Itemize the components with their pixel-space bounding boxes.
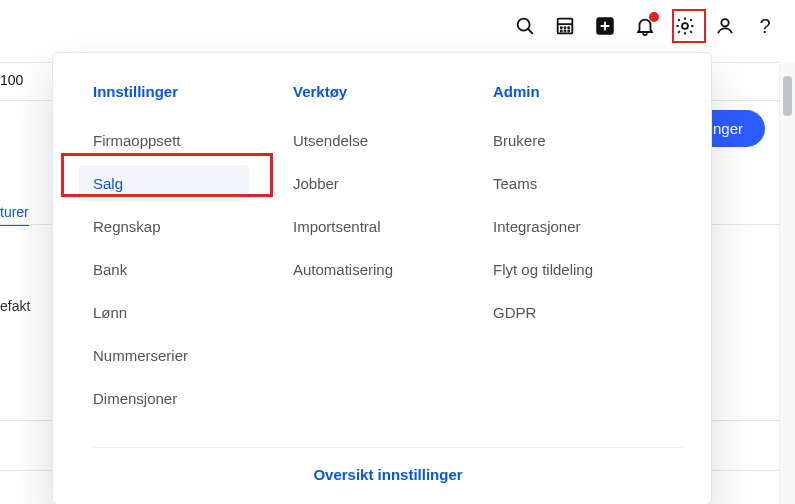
notification-dot bbox=[649, 12, 659, 22]
menu-item-regnskap[interactable]: Regnskap bbox=[79, 208, 249, 245]
menu-column-admin: Admin Brukere Teams Integrasjoner Flyt o… bbox=[493, 83, 683, 423]
menu-item-flyt-og-tildeling[interactable]: Flyt og tildeling bbox=[479, 251, 649, 288]
menu-column-title: Admin bbox=[493, 83, 683, 100]
svg-point-14 bbox=[721, 19, 728, 26]
menu-footer: Oversikt innstillinger bbox=[93, 447, 683, 484]
svg-point-8 bbox=[564, 30, 565, 31]
gear-icon[interactable] bbox=[673, 14, 697, 38]
settings-menu: Innstillinger Firmaoppsett Salg Regnskap… bbox=[52, 52, 712, 504]
menu-column-innstillinger: Innstillinger Firmaoppsett Salg Regnskap… bbox=[93, 83, 283, 423]
menu-column-title: Innstillinger bbox=[93, 83, 283, 100]
menu-overview-link[interactable]: Oversikt innstillinger bbox=[313, 466, 462, 483]
svg-point-5 bbox=[564, 27, 565, 28]
menu-item-utsendelse[interactable]: Utsendelse bbox=[279, 122, 449, 159]
sidebar-tab-fragment[interactable]: efakt bbox=[0, 294, 30, 318]
page-number-fragment: 100 bbox=[0, 72, 23, 88]
menu-item-automatisering[interactable]: Automatisering bbox=[279, 251, 449, 288]
menu-item-dimensjoner[interactable]: Dimensjoner bbox=[79, 380, 249, 417]
menu-item-teams[interactable]: Teams bbox=[479, 165, 649, 202]
calculator-icon[interactable] bbox=[553, 14, 577, 38]
help-icon[interactable]: ? bbox=[753, 14, 777, 38]
svg-line-1 bbox=[528, 29, 532, 33]
scrollbar-thumb[interactable] bbox=[783, 76, 792, 116]
menu-item-lonn[interactable]: Lønn bbox=[79, 294, 249, 331]
menu-item-salg[interactable]: Salg bbox=[79, 165, 249, 202]
menu-item-nummerserier[interactable]: Nummerserier bbox=[79, 337, 249, 374]
menu-item-bank[interactable]: Bank bbox=[79, 251, 249, 288]
search-icon[interactable] bbox=[513, 14, 537, 38]
sidebar-tab-fragment[interactable]: turer bbox=[0, 200, 29, 226]
user-icon[interactable] bbox=[713, 14, 737, 38]
scrollbar[interactable] bbox=[779, 62, 795, 504]
menu-item-importsentral[interactable]: Importsentral bbox=[279, 208, 449, 245]
menu-item-firmaoppsett[interactable]: Firmaoppsett bbox=[79, 122, 249, 159]
bell-icon[interactable] bbox=[633, 14, 657, 38]
add-icon[interactable] bbox=[593, 14, 617, 38]
svg-point-7 bbox=[561, 30, 562, 31]
menu-item-gdpr[interactable]: GDPR bbox=[479, 294, 649, 331]
menu-item-jobber[interactable]: Jobber bbox=[279, 165, 449, 202]
svg-point-9 bbox=[568, 30, 569, 31]
menu-item-brukere[interactable]: Brukere bbox=[479, 122, 649, 159]
svg-point-6 bbox=[568, 27, 569, 28]
menu-column-title: Verktøy bbox=[293, 83, 483, 100]
top-icon-bar: ? bbox=[513, 14, 777, 38]
menu-column-verktoy: Verktøy Utsendelse Jobber Importsentral … bbox=[293, 83, 483, 423]
menu-item-integrasjoner[interactable]: Integrasjoner bbox=[479, 208, 649, 245]
svg-point-4 bbox=[561, 27, 562, 28]
svg-point-13 bbox=[682, 23, 688, 29]
